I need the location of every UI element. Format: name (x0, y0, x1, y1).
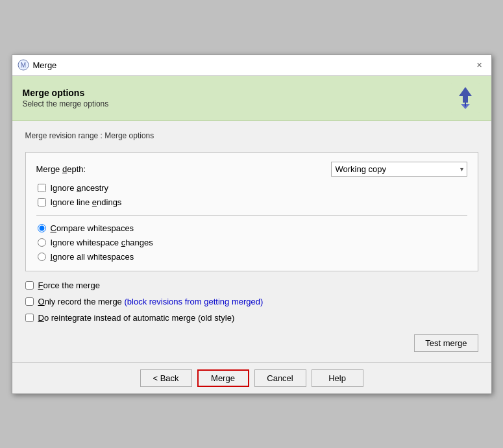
merge-depth-select[interactable]: Working copy Fully recursive Immediate c… (331, 162, 467, 177)
titlebar-left: M Merge (18, 59, 57, 71)
extra-options: Force the merge Only record the merge (b… (25, 280, 478, 323)
test-merge-button[interactable]: Test merge (414, 334, 478, 352)
ignore-endings-label: Ignore line endings (51, 197, 122, 207)
header-text: Merge options Select the merge options (23, 88, 109, 108)
svg-text:M: M (20, 62, 25, 69)
merge-depth-label: Merge depth: (36, 164, 86, 174)
record-merge-label: Only record the merge (block revisions f… (38, 297, 264, 306)
merge-depth-row: Merge depth: Working copy Fully recursiv… (36, 162, 467, 177)
reintegrate-label: Do reintegrate instead of automatic merg… (38, 313, 235, 323)
header-title: Merge options (23, 88, 109, 98)
whitespace-radio-group: Compare whitespaces Ignore whitespace ch… (36, 223, 467, 262)
app-icon: M (18, 59, 29, 71)
cancel-button[interactable]: Cancel (254, 369, 306, 387)
back-button[interactable]: < Back (140, 369, 192, 387)
compare-whitespaces-row: Compare whitespaces (38, 223, 467, 233)
ignore-ancestry-label: Ignore ancestry (51, 183, 109, 193)
titlebar: M Merge × (12, 55, 491, 76)
force-merge-label: Force the merge (38, 280, 100, 290)
compare-whitespaces-label: Compare whitespaces (51, 223, 134, 233)
merge-depth-select-wrapper: Working copy Fully recursive Immediate c… (331, 162, 467, 177)
ignore-endings-row: Ignore line endings (38, 197, 467, 207)
options-section: Merge depth: Working copy Fully recursiv… (25, 152, 478, 271)
ignore-all-ws-label: Ignore all whitespaces (51, 252, 134, 262)
header-banner: Merge options Select the merge options (12, 76, 491, 121)
ignore-ancestry-row: Ignore ancestry (38, 183, 467, 193)
separator (36, 215, 467, 216)
ignore-endings-checkbox[interactable] (38, 198, 46, 206)
footer: < Back Merge Cancel Help (12, 362, 491, 393)
record-merge-blue-text: (block revisions from getting merged) (124, 297, 263, 306)
force-merge-checkbox[interactable] (25, 281, 34, 290)
breadcrumb: Merge revision range : Merge options (25, 131, 478, 140)
test-merge-row: Test merge (25, 334, 478, 352)
merge-button[interactable]: Merge (197, 369, 249, 387)
compare-whitespaces-radio[interactable] (38, 224, 46, 232)
ignore-ws-changes-row: Ignore whitespace changes (38, 238, 467, 247)
close-button[interactable]: × (473, 58, 486, 71)
window-title: Merge (33, 60, 57, 70)
record-merge-row: Only record the merge (block revisions f… (25, 297, 478, 306)
ignore-ws-changes-radio[interactable] (38, 238, 46, 247)
record-merge-checkbox[interactable] (25, 297, 34, 306)
ignore-all-ws-row: Ignore all whitespaces (38, 252, 467, 262)
merge-dialog: M Merge × Merge options Select the merge… (12, 55, 492, 394)
logo-icon (450, 83, 480, 113)
reintegrate-checkbox[interactable] (25, 314, 34, 322)
main-content: Merge revision range : Merge options Mer… (12, 121, 491, 362)
force-merge-row: Force the merge (25, 280, 478, 290)
header-subtitle: Select the merge options (23, 99, 109, 108)
ignore-ws-changes-label: Ignore whitespace changes (51, 238, 153, 247)
header-logo (450, 82, 481, 114)
ignore-ancestry-checkbox[interactable] (38, 184, 46, 192)
ignore-all-ws-radio[interactable] (38, 253, 46, 261)
checkbox-group: Ignore ancestry Ignore line endings (36, 183, 467, 207)
help-button[interactable]: Help (312, 369, 363, 387)
reintegrate-row: Do reintegrate instead of automatic merg… (25, 313, 478, 323)
